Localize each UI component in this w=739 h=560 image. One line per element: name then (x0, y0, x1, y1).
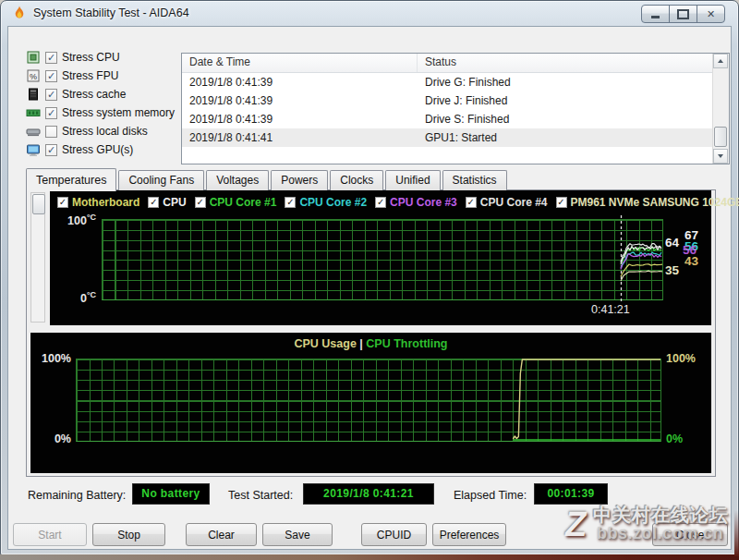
stress-option-fpu[interactable]: % Stress FPU (26, 67, 181, 85)
stress-option-memory[interactable]: Stress system memory (26, 103, 181, 122)
log-datetime: 2019/1/8 0:41:39 (182, 73, 418, 91)
series-value: 35 (665, 264, 679, 276)
close-window-button[interactable]: ✕ (697, 5, 725, 23)
legend-item-cpu[interactable]: CPU (148, 196, 186, 209)
checkbox-icon[interactable] (45, 107, 57, 119)
chart-legend: Motherboard CPU CPU Core #1 CPU Core #2 … (57, 196, 739, 209)
memory-icon (26, 105, 41, 120)
tab-unified[interactable]: Unified (385, 170, 440, 190)
battery-value: No battery (132, 483, 210, 505)
elapsed-time-value: 00:01:39 (534, 483, 608, 505)
checkbox-icon[interactable] (45, 70, 57, 82)
column-header-status[interactable]: Status (418, 54, 729, 72)
log-datetime: 2019/1/8 0:41:39 (182, 110, 418, 128)
minimize-button[interactable] (641, 5, 670, 23)
cpu-usage-chart: CPU Usage | CPU Throttling 100% 0% 100% … (30, 333, 711, 473)
down-arrow-icon (718, 154, 723, 158)
save-button[interactable]: Save (262, 523, 333, 546)
legend-item-cpu-core-3[interactable]: CPU Core #3 (375, 196, 457, 209)
usage-right-min-label: 0% (666, 432, 683, 445)
tab-clocks[interactable]: Clocks (330, 170, 383, 190)
close-button[interactable]: Close (652, 523, 728, 546)
test-started-value: 2019/1/8 0:41:21 (303, 483, 434, 505)
scroll-down-button[interactable] (713, 149, 728, 164)
cache-icon (26, 87, 41, 102)
tab-cooling-fans[interactable]: Cooling Fans (118, 170, 204, 190)
checkbox-icon[interactable] (45, 52, 57, 64)
tab-temperatures[interactable]: Temperatures (26, 168, 116, 191)
stress-option-label: Stress FPU (62, 69, 118, 82)
series-value: 43 (684, 255, 698, 267)
log-datetime: 2019/1/8 0:41:41 (182, 128, 418, 147)
legend-item-pm961[interactable]: PM961 NVMe SAMSUNG 1024GB (556, 196, 739, 209)
stop-button[interactable]: Stop (92, 523, 165, 546)
checkbox-icon[interactable] (466, 197, 477, 208)
checkbox-icon[interactable] (285, 197, 296, 208)
log-status: Drive G: Finished (418, 73, 729, 91)
checkbox-icon[interactable] (45, 126, 57, 138)
y-axis-max-label: 100°C (55, 213, 96, 227)
log-status: Drive J: Finished (418, 91, 729, 110)
checkbox-icon[interactable] (148, 197, 159, 208)
checkbox-icon[interactable] (45, 144, 57, 156)
usage-left-min-label: 0% (32, 432, 71, 445)
cpu-usage-title: CPU Usage (294, 337, 356, 350)
close-icon: ✕ (707, 9, 715, 19)
checkbox-icon[interactable] (45, 89, 57, 101)
minimize-icon (651, 16, 660, 18)
legend-item-cpu-core-1[interactable]: CPU Core #1 (195, 196, 277, 209)
legend-item-motherboard[interactable]: Motherboard (57, 196, 139, 209)
maximize-button[interactable] (669, 5, 697, 23)
preferences-button[interactable]: Preferences (432, 523, 506, 546)
cpuid-button[interactable]: CPUID (361, 523, 427, 546)
tab-strip: Temperatures Cooling Fans Voltages Power… (26, 168, 509, 190)
stress-option-label: Stress system memory (62, 106, 175, 119)
stress-option-disks[interactable]: Stress local disks (26, 122, 181, 140)
time-axis-label: 0:41:21 (591, 303, 630, 316)
legend-label: CPU (163, 196, 186, 209)
stress-option-gpu[interactable]: Stress GPU(s) (26, 140, 181, 159)
legend-item-cpu-core-4[interactable]: CPU Core #4 (466, 196, 548, 209)
window-title: System Stability Test - AIDA64 (33, 6, 189, 19)
column-header-datetime[interactable]: Date & Time (182, 54, 418, 72)
log-scrollbar[interactable] (712, 54, 729, 164)
stress-options-list: Stress CPU % Stress FPU Stress cache Str… (26, 48, 181, 159)
log-datetime: 2019/1/8 0:41:39 (182, 91, 418, 110)
checkbox-icon[interactable] (375, 197, 386, 208)
series-value: 64 (665, 237, 679, 249)
gpu-icon (26, 142, 41, 157)
stress-option-cache[interactable]: Stress cache (26, 85, 181, 103)
legend-label: CPU Core #2 (299, 196, 367, 209)
test-started-label: Test Started: (228, 489, 293, 502)
legend-label: CPU Core #1 (210, 196, 277, 209)
stress-option-label: Stress cache (62, 88, 126, 101)
tab-statistics[interactable]: Statistics (442, 170, 507, 190)
usage-right-max-label: 100% (666, 352, 696, 365)
stress-option-cpu[interactable]: Stress CPU (26, 48, 181, 67)
disk-icon (26, 124, 41, 139)
elapsed-time-label: Elapsed Time: (454, 489, 527, 502)
chart-scrollbar[interactable] (30, 192, 45, 323)
scrollbar-thumb[interactable] (714, 127, 727, 147)
log-row[interactable]: 2019/1/8 0:41:39 Drive S: Finished (182, 110, 729, 128)
window-controls: ✕ (642, 5, 725, 23)
start-button[interactable]: Start (13, 523, 87, 546)
tab-voltages[interactable]: Voltages (206, 170, 269, 190)
log-row[interactable]: 2019/1/8 0:41:39 Drive J: Finished (182, 91, 729, 110)
checkbox-icon[interactable] (57, 197, 68, 208)
fpu-icon: % (26, 68, 41, 83)
checkbox-icon[interactable] (195, 197, 206, 208)
clear-button[interactable]: Clear (186, 523, 257, 546)
checkbox-icon[interactable] (556, 197, 567, 208)
log-row[interactable]: 2019/1/8 0:41:41 GPU1: Started (182, 128, 729, 147)
flame-icon (12, 6, 27, 20)
legend-item-cpu-core-2[interactable]: CPU Core #2 (285, 196, 367, 209)
titlebar[interactable]: System Stability Test - AIDA64 ✕ (0, 0, 739, 26)
legend-label: CPU Core #4 (480, 196, 548, 209)
scroll-up-button[interactable] (713, 54, 728, 68)
photo-edge (734, 510, 739, 556)
tab-powers[interactable]: Powers (271, 170, 328, 190)
title-separator: | (359, 337, 363, 350)
log-row[interactable]: 2019/1/8 0:41:39 Drive G: Finished (182, 73, 729, 91)
scrollbar-thumb[interactable] (32, 194, 45, 214)
